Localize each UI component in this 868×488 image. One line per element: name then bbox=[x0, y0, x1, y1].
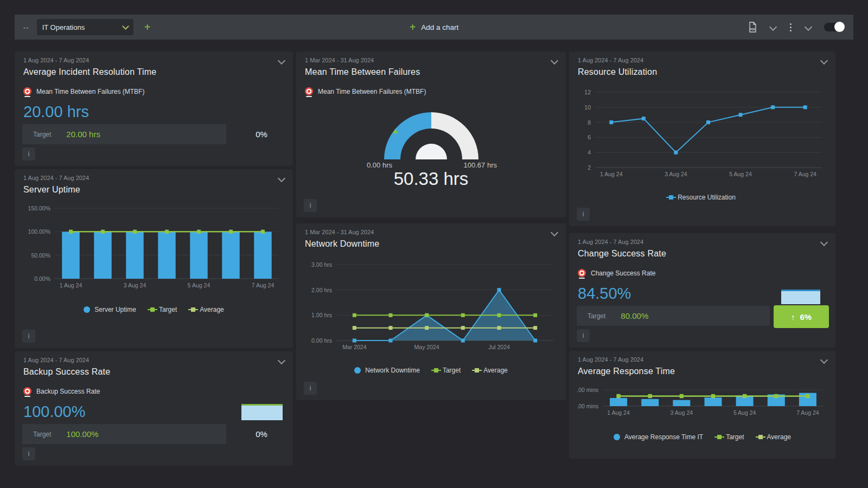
date-range: 1 Aug 2024 - 7 Aug 2024 bbox=[23, 57, 89, 63]
card-title: Server Uptime bbox=[23, 185, 80, 195]
target-value: 20.00 hrs bbox=[66, 130, 100, 139]
legend-label: Average Response Time IT bbox=[624, 433, 703, 441]
svg-text:1.00 hrs: 1.00 hrs bbox=[311, 312, 332, 318]
card-title: Change Success Rate bbox=[578, 249, 666, 259]
chevron-down-icon[interactable] bbox=[278, 175, 285, 182]
mtbf-gauge bbox=[384, 112, 478, 159]
date-range: 1 Mar 2024 - 31 Aug 2024 bbox=[305, 57, 374, 63]
svg-text:May 2024: May 2024 bbox=[414, 344, 439, 350]
target-label: Target bbox=[33, 431, 51, 438]
svg-text:1 Aug 24: 1 Aug 24 bbox=[60, 282, 82, 288]
chevron-down-icon[interactable] bbox=[805, 23, 812, 31]
legend-label: Average bbox=[767, 433, 791, 441]
metric-label: Mean Time Between Failures (MTBF) bbox=[36, 88, 144, 95]
server-uptime-chart[interactable]: 0.00%50.00%100.00%150.00%1 Aug 243 Aug 2… bbox=[22, 200, 285, 295]
info-button[interactable]: i bbox=[577, 329, 590, 342]
info-button[interactable]: i bbox=[22, 330, 35, 343]
resource-utilization-chart[interactable]: 246810121 Aug 243 Aug 245 Aug 247 Aug 24 bbox=[577, 87, 827, 184]
svg-text:6: 6 bbox=[588, 134, 591, 140]
svg-text:0.00 hrs: 0.00 hrs bbox=[311, 337, 332, 344]
kebab-menu-icon[interactable] bbox=[789, 22, 793, 33]
add-dashboard-button[interactable]: + bbox=[144, 22, 151, 33]
card-backup-success-rate: 1 Aug 2024 - 7 Aug 2024 Backup Success R… bbox=[15, 351, 293, 466]
card-title: Average Incident Resolution Time bbox=[23, 67, 156, 77]
theme-toggle[interactable] bbox=[824, 23, 845, 31]
delta-value: 0% bbox=[242, 424, 280, 444]
info-button[interactable]: i bbox=[577, 208, 590, 221]
date-range: 1 Aug 2024 - 7 Aug 2024 bbox=[578, 239, 643, 245]
delta-value: 0% bbox=[242, 124, 280, 144]
svg-text:12: 12 bbox=[584, 89, 591, 95]
date-range: 1 Mar 2024 - 31 Aug 2024 bbox=[305, 229, 374, 235]
circle-swatch-icon bbox=[614, 434, 620, 440]
square-swatch-icon bbox=[150, 307, 155, 312]
info-button[interactable]: i bbox=[22, 447, 35, 460]
legend-item[interactable]: Target bbox=[717, 433, 744, 441]
legend-item[interactable]: Resource Utilization bbox=[669, 194, 736, 201]
legend-item[interactable]: Target bbox=[434, 367, 461, 374]
svg-text:2: 2 bbox=[588, 164, 591, 171]
delta-value: 6% bbox=[800, 312, 812, 322]
card-title: Network Downtime bbox=[305, 239, 379, 249]
card-title: Average Response Time bbox=[578, 367, 675, 376]
info-button[interactable]: i bbox=[22, 147, 35, 160]
chevron-down-icon[interactable] bbox=[278, 57, 285, 65]
svg-text:5 Aug 24: 5 Aug 24 bbox=[733, 409, 756, 416]
svg-text:10: 10 bbox=[584, 104, 591, 111]
pdf-export-icon[interactable]: PDF bbox=[748, 22, 757, 33]
chevron-down-icon[interactable] bbox=[820, 356, 828, 364]
chevron-down-icon[interactable] bbox=[769, 23, 777, 31]
info-button[interactable]: i bbox=[304, 382, 317, 395]
legend-item[interactable]: Network Downtime bbox=[354, 367, 420, 374]
target-label: Target bbox=[588, 312, 605, 320]
mini-progress-bar bbox=[781, 290, 820, 304]
gauge-range: 0.00 hrs 100.67 hrs bbox=[367, 161, 497, 169]
dashboard-page: -- IT Operations + + Add a chart PDF 1 A… bbox=[0, 0, 868, 488]
card-average-response-time: 1 Aug 2024 - 7 Aug 2024 Average Response… bbox=[569, 351, 835, 459]
legend-item[interactable]: Average bbox=[191, 306, 224, 313]
svg-text:8: 8 bbox=[588, 119, 591, 126]
date-range: 1 Aug 2024 - 7 Aug 2024 bbox=[23, 357, 89, 363]
legend-label: Average bbox=[200, 306, 224, 313]
chevron-down-icon[interactable] bbox=[278, 357, 285, 364]
legend-item[interactable]: Server Uptime bbox=[84, 306, 136, 313]
metric-row: Change Success Rate bbox=[578, 269, 655, 277]
chevron-down-icon[interactable] bbox=[820, 57, 828, 65]
legend-label: Target bbox=[443, 367, 461, 374]
metric-row: Mean Time Between Failures (MTBF) bbox=[305, 87, 426, 95]
network-downtime-chart[interactable]: 0.00 hrs1.00 hrs2.00 hrs3.00 hrsMar 2024… bbox=[304, 256, 559, 357]
square-swatch-icon bbox=[475, 368, 479, 373]
svg-text:3 Aug 24: 3 Aug 24 bbox=[665, 171, 687, 177]
dashboard-select[interactable]: IT Operations bbox=[37, 19, 133, 35]
legend-item[interactable]: Target bbox=[150, 306, 177, 313]
chevron-down-icon bbox=[122, 23, 129, 30]
svg-text:0.00 mins: 0.00 mins bbox=[577, 403, 598, 409]
legend-item[interactable]: Average bbox=[758, 433, 791, 441]
svg-text:7 Aug 24: 7 Aug 24 bbox=[794, 171, 816, 177]
kpi-value: 100.00% bbox=[23, 403, 86, 421]
chevron-down-icon[interactable] bbox=[551, 57, 558, 65]
kpi-value: 84.50% bbox=[578, 285, 631, 303]
date-range: 1 Aug 2024 - 7 Aug 2024 bbox=[23, 175, 89, 181]
date-range: 1 Aug 2024 - 7 Aug 2024 bbox=[578, 57, 643, 63]
svg-text:7 Aug 24: 7 Aug 24 bbox=[796, 409, 819, 416]
gauge-target-marker-icon bbox=[393, 129, 398, 133]
legend-label: Resource Utilization bbox=[678, 194, 736, 201]
gauge-value: 50.33 hrs bbox=[296, 169, 566, 189]
svg-text:7 Aug 24: 7 Aug 24 bbox=[252, 282, 275, 288]
add-chart-button[interactable]: + Add a chart bbox=[410, 15, 459, 40]
legend-item[interactable]: Average bbox=[475, 367, 507, 374]
chevron-down-icon[interactable] bbox=[820, 239, 828, 246]
chevron-down-icon[interactable] bbox=[551, 229, 558, 236]
average-response-time-chart[interactable]: 0.00 mins32.00 mins1 Aug 243 Aug 245 Aug… bbox=[577, 382, 828, 419]
bullseye-icon bbox=[578, 269, 586, 277]
info-button[interactable]: i bbox=[304, 199, 317, 212]
delta-badge: ↑ 6% bbox=[774, 305, 829, 328]
target-row: Target 80.00% bbox=[577, 306, 770, 326]
svg-text:3 Aug 24: 3 Aug 24 bbox=[671, 409, 693, 416]
toggle-knob bbox=[834, 22, 845, 32]
legend-item[interactable]: Average Response Time IT bbox=[614, 433, 703, 441]
svg-text:1 Aug 24: 1 Aug 24 bbox=[600, 171, 623, 177]
target-value: 100.00% bbox=[66, 429, 98, 439]
card-title: Resource Utilization bbox=[578, 67, 657, 77]
